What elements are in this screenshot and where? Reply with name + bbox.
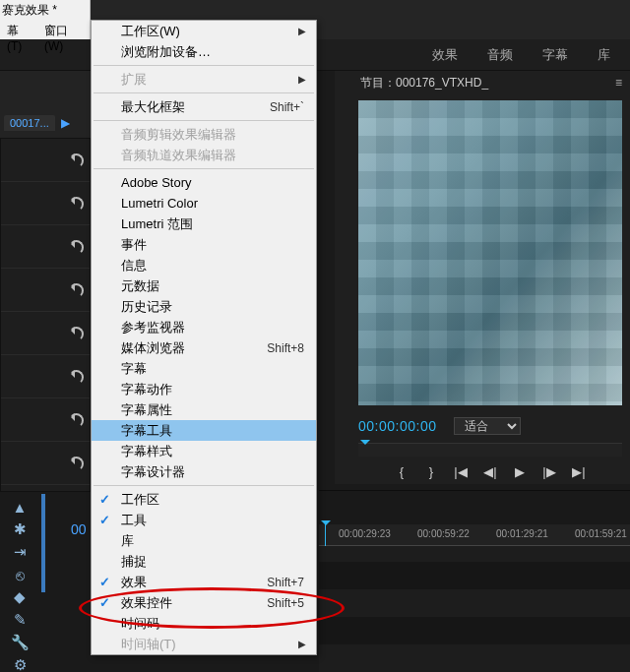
pen-tool-icon[interactable]: ✎ — [10, 610, 30, 630]
link-tool-icon[interactable]: ⎋ — [10, 565, 30, 584]
tools-panel: 00 ▲ ✱ ⇥ ⎋ ◆ ✎ 🔧 ⚙ — [0, 492, 91, 672]
ripple-tool-icon[interactable]: ⇥ — [10, 542, 30, 562]
undo-icon — [69, 370, 84, 384]
zoom-fit-select[interactable]: 适合 — [454, 417, 521, 435]
window-menu-dropdown: 工作区(W)▶ 浏览附加设备… 扩展▶ 最大化框架Shift+` 音频剪辑效果编… — [91, 20, 317, 655]
undo-icon — [69, 327, 84, 340]
menu-titler-styles[interactable]: 字幕样式 — [92, 441, 316, 461]
mosaic-preview — [358, 100, 622, 405]
wrench-tool-icon[interactable]: 🔧 — [10, 633, 30, 652]
ws-tab-captions[interactable]: 字幕 — [542, 46, 568, 64]
step-fwd-icon[interactable]: ▶| — [571, 464, 587, 480]
tab-file[interactable]: 00017... — [4, 115, 55, 131]
menu-timecode[interactable]: 时间码 — [92, 613, 316, 634]
menu-history[interactable]: 历史记录 — [92, 296, 316, 317]
menu-window[interactable]: 窗口(W) — [39, 21, 90, 55]
menu-audio-clip-fx: 音频剪辑效果编辑器 — [92, 124, 316, 145]
next-frame-icon[interactable]: |▶ — [541, 464, 557, 480]
mark-out-icon[interactable]: } — [423, 464, 439, 480]
undo-icon — [69, 457, 84, 470]
ruler-tick: 00:01:29:21 — [496, 528, 548, 539]
menu-audio-track-fx: 音频轨道效果编辑器 — [92, 145, 316, 165]
menu-info[interactable]: 信息 — [92, 255, 316, 275]
program-monitor-panel: 节目：000176_VTXHD_ ≡ 00:00:00:00 适合 { } |◀… — [335, 71, 630, 484]
menu-media-browser[interactable]: 媒体浏览器Shift+8 — [92, 337, 316, 358]
menu-titles[interactable]: 幕(T) — [2, 21, 37, 55]
menu-caption-actions[interactable]: 字幕动作 — [92, 379, 316, 399]
menu-adobe-story[interactable]: Adobe Story — [92, 172, 316, 193]
check-icon: ✓ — [99, 595, 110, 610]
mark-in-icon[interactable]: { — [394, 464, 410, 480]
document-title: 赛克效果 * — [0, 0, 90, 19]
undo-icon — [69, 240, 84, 254]
settings-tool-icon[interactable]: ⚙ — [10, 655, 30, 672]
undo-icon — [69, 413, 84, 427]
ws-tab-audio[interactable]: 音频 — [487, 46, 513, 64]
snowflake-tool-icon[interactable]: ✱ — [10, 519, 30, 539]
menu-effect-controls[interactable]: ✓效果控件Shift+5 — [92, 592, 316, 613]
menu-capture[interactable]: 捕捉 — [92, 551, 316, 572]
marker-tool-icon[interactable]: ◆ — [10, 587, 30, 607]
step-back-icon[interactable]: |◀ — [453, 464, 469, 480]
selection-tool-icon[interactable]: ▲ — [10, 497, 30, 517]
menu-lumetri-color[interactable]: Lumetri Color — [92, 193, 316, 214]
chevron-right-icon: ▶ — [298, 639, 306, 649]
ws-tab-library[interactable]: 库 — [598, 46, 610, 64]
menu-timeline[interactable]: 时间轴(T)▶ — [92, 634, 316, 654]
menu-extensions: 扩展▶ — [92, 69, 316, 90]
program-monitor-tab[interactable]: 节目：000176_VTXHD_ — [360, 75, 488, 92]
undo-icon — [69, 153, 84, 167]
play-icon[interactable]: ▶ — [512, 464, 528, 480]
chevron-right-icon: ▶ — [298, 74, 306, 85]
menu-workspace[interactable]: 工作区(W)▶ — [92, 21, 316, 41]
menu-maximize-frame[interactable]: 最大化框架Shift+` — [92, 96, 316, 117]
sequence-tab[interactable]: 00 — [71, 521, 87, 537]
play-icon[interactable]: ▶ — [61, 116, 70, 130]
check-icon: ✓ — [99, 575, 110, 589]
menu-effects[interactable]: ✓效果Shift+7 — [92, 572, 316, 592]
menu-tools[interactable]: ✓工具 — [92, 510, 316, 530]
ruler-tick: 00:01:59:21 — [575, 528, 627, 539]
menu-browse-addons[interactable]: 浏览附加设备… — [92, 41, 316, 62]
program-monitor-view — [358, 100, 622, 405]
menu-captions[interactable]: 字幕 — [92, 358, 316, 379]
menu-titler-tools[interactable]: 字幕工具 — [92, 420, 316, 441]
undo-icon — [69, 283, 84, 297]
transport-controls: { } |◀ ◀| ▶ |▶ ▶| — [358, 464, 622, 480]
menu-titler-props[interactable]: 字幕属性 — [92, 399, 316, 420]
ruler-tick: 00:00:59:22 — [417, 528, 470, 539]
menu-library[interactable]: 库 — [92, 530, 316, 551]
active-indicator — [41, 494, 45, 592]
timeline-panel: 00:00:29:23 00:00:59:22 00:01:29:21 00:0… — [319, 490, 630, 672]
program-scrubber[interactable] — [358, 443, 622, 457]
timeline-tracks[interactable] — [319, 546, 630, 672]
timeline-ruler[interactable]: 00:00:29:23 00:00:59:22 00:01:29:21 00:0… — [319, 524, 630, 546]
history-list — [0, 138, 91, 492]
ruler-tick: 00:00:29:23 — [339, 528, 391, 539]
check-icon: ✓ — [99, 513, 110, 527]
menu-lumetri-scopes[interactable]: Lumetri 范围 — [92, 214, 316, 234]
ws-tab-effects[interactable]: 效果 — [432, 46, 458, 64]
menubar: 赛克效果 * 幕(T) 窗口(W) — [0, 0, 91, 39]
undo-icon — [69, 197, 84, 211]
program-timecode[interactable]: 00:00:00:00 — [358, 418, 436, 434]
menu-ref-monitor[interactable]: 参考监视器 — [92, 317, 316, 337]
chevron-right-icon: ▶ — [298, 26, 306, 36]
check-icon: ✓ — [99, 492, 110, 507]
menu-workarea[interactable]: ✓工作区 — [92, 489, 316, 510]
menu-events[interactable]: 事件 — [92, 234, 316, 255]
menu-titler-designer[interactable]: 字幕设计器 — [92, 461, 316, 482]
prev-frame-icon[interactable]: ◀| — [482, 464, 498, 480]
menu-metadata[interactable]: 元数据 — [92, 275, 316, 296]
panel-menu-icon[interactable]: ≡ — [615, 76, 622, 90]
